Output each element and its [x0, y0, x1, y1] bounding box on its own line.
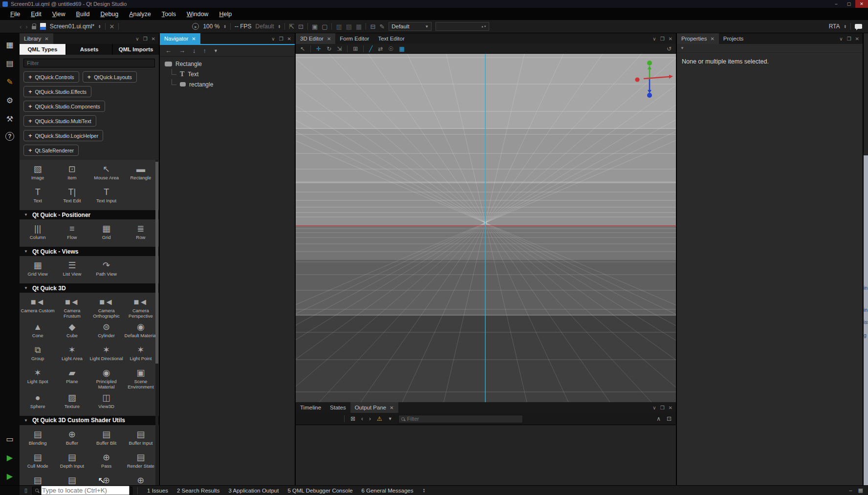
library-item[interactable]: ■◄Camera Orthographic — [89, 294, 124, 319]
zoom-spinner[interactable]: ▲▼ — [223, 24, 226, 29]
close-document-button[interactable]: ✕ — [109, 23, 115, 30]
run-debug-mode-icon[interactable]: ▶ — [4, 471, 15, 481]
fps-spinner[interactable]: ▲▼ — [278, 24, 281, 29]
preview-play-button[interactable]: ▶ — [192, 23, 199, 30]
library-item[interactable]: ◉Default Material — [124, 319, 158, 342]
import-chip[interactable]: +QtQuick.Studio.Effects — [23, 86, 91, 97]
next-item-icon[interactable]: › — [369, 415, 371, 422]
tab-projects[interactable]: Projects — [719, 33, 748, 44]
panel-menu-icon[interactable]: ∨ — [652, 36, 656, 42]
kit-selector-mode-icon[interactable]: ▭ — [4, 433, 15, 444]
library-item[interactable]: ↖Mouse Area — [89, 161, 124, 184]
run-mode-icon[interactable]: ▶ — [4, 452, 15, 463]
maximize-pane-icon[interactable]: ⊡ — [667, 415, 672, 422]
feedback-bubble-icon[interactable] — [855, 24, 862, 29]
library-item[interactable]: ≡Flow — [55, 221, 89, 244]
library-item[interactable]: ▬Rectangle — [124, 161, 158, 184]
sidebar-toggle-icon[interactable]: ▯ — [24, 487, 27, 494]
fps-value[interactable]: Default — [256, 23, 274, 30]
close-panel-icon[interactable]: ✕ — [669, 405, 673, 410]
progress-dash-icon[interactable]: – — [849, 487, 852, 494]
library-filter[interactable] — [23, 59, 155, 67]
library-item[interactable]: ●Sphere — [21, 390, 55, 413]
close-button[interactable]: ✕ — [855, 0, 868, 8]
close-panel-icon[interactable]: ✕ — [855, 36, 859, 42]
style-selector[interactable]: Default ▼ — [389, 22, 432, 31]
panes-icon[interactable]: ▦ — [858, 487, 863, 494]
snap-toggle-icon[interactable]: ╱ — [369, 45, 372, 52]
library-item[interactable]: T|Text Edit — [55, 184, 89, 207]
rotate-tool-icon[interactable]: ↻ — [326, 45, 331, 52]
locator[interactable] — [32, 487, 132, 495]
viewport-3d[interactable] — [296, 54, 676, 402]
library-item[interactable]: ✶Light Area — [55, 342, 89, 365]
menu-tools[interactable]: Tools — [156, 11, 181, 18]
help-mode-icon[interactable]: ? — [5, 132, 14, 141]
zoom-selection-icon[interactable]: ⊡ — [298, 23, 304, 30]
library-item[interactable]: ▤Buffer Input — [124, 427, 158, 450]
align-grid-icon[interactable]: ▦ — [356, 23, 362, 30]
filter-icon[interactable]: ▼ — [388, 416, 392, 421]
library-item[interactable]: ▤Depth Input — [55, 450, 89, 473]
float-panel-icon[interactable]: ❐ — [847, 36, 851, 42]
panel-menu-icon[interactable]: ∨ — [839, 36, 843, 42]
output-pane-button[interactable]: 2 Search Results — [173, 488, 224, 494]
orientation-icon[interactable]: ⇄ — [378, 45, 383, 52]
library-item[interactable]: ⊡Item — [55, 161, 89, 184]
close-icon[interactable]: ✕ — [390, 405, 393, 410]
move-left-icon[interactable]: ← — [165, 47, 172, 54]
move-up-icon[interactable]: ↑ — [203, 47, 207, 54]
tree-item[interactable]: TText — [160, 69, 295, 79]
library-item[interactable]: ▤Cull Mode — [21, 450, 55, 473]
tools-mode-icon[interactable]: ⚒ — [4, 113, 15, 124]
state-selector[interactable]: ▲▼ — [435, 22, 489, 31]
menu-help[interactable]: Help — [214, 11, 237, 18]
maximize-button[interactable]: ▢ — [843, 0, 855, 8]
import-chip[interactable]: +QtQuick.Layouts — [83, 71, 137, 83]
library-item[interactable]: ✶Light Spot — [21, 365, 55, 390]
library-item[interactable]: ◉Principled Material — [89, 365, 124, 390]
float-panel-icon[interactable]: ❐ — [660, 405, 665, 410]
open-document-label[interactable]: Screen01.ui.qml* — [50, 23, 94, 30]
float-panel-icon[interactable]: ❐ — [279, 36, 283, 42]
tab-output-pane[interactable]: Output Pane✕ — [350, 402, 398, 413]
output-filter[interactable] — [398, 415, 523, 423]
section-header[interactable]: ▼Qt Quick 3D Custom Shader Utils — [20, 416, 159, 425]
close-icon[interactable]: ✕ — [710, 36, 714, 42]
library-item[interactable]: ▨Texture — [55, 390, 89, 413]
library-item[interactable]: ☰List View — [55, 258, 89, 280]
close-icon[interactable]: ✕ — [192, 36, 195, 42]
menu-edit[interactable]: Edit — [25, 11, 47, 18]
edit-annotation-icon[interactable]: ✎ — [379, 23, 385, 30]
collapse-pane-icon[interactable]: ∧ — [656, 415, 661, 422]
design-mode-icon[interactable]: ✎ — [4, 76, 15, 87]
zoom-level[interactable]: 100 % — [203, 23, 219, 30]
library-item[interactable]: ◫View3D — [89, 390, 124, 413]
library-item[interactable]: ⧉Group — [21, 342, 55, 365]
library-item[interactable]: ⊜Cylinder — [89, 319, 124, 342]
move-tool-icon[interactable]: ✛ — [316, 45, 321, 52]
align-columns-icon[interactable]: ▥ — [336, 23, 342, 30]
output-pane-button[interactable]: 3 Application Output — [224, 488, 283, 494]
menu-view[interactable]: View — [47, 11, 71, 18]
library-item[interactable]: ⊕Buffer — [55, 427, 89, 450]
lock-icon[interactable] — [32, 26, 36, 29]
library-item[interactable]: ▤Buffer Blit — [89, 427, 124, 450]
menu-build[interactable]: Build — [71, 11, 95, 18]
locator-input[interactable] — [41, 486, 130, 495]
fit-selected-icon[interactable]: ⊞ — [353, 45, 358, 52]
document-spinner[interactable]: ▲▼ — [98, 24, 101, 29]
menu-analyze[interactable]: Analyze — [124, 11, 156, 18]
move-down-icon[interactable]: ↓ — [193, 47, 196, 54]
library-item[interactable]: ▤Blending — [21, 427, 55, 450]
section-header[interactable]: ▼Qt Quick - Views — [20, 247, 159, 256]
welcome-mode-icon[interactable]: ▦ — [4, 39, 15, 50]
show-bounds-icon[interactable]: ▣ — [312, 23, 318, 30]
export-icon[interactable]: ⇱ — [289, 23, 294, 30]
close-icon[interactable]: ✕ — [327, 36, 331, 42]
tab-assets[interactable]: Assets — [66, 44, 112, 55]
menu-file[interactable]: File — [5, 11, 25, 18]
tab-timeline[interactable]: Timeline — [296, 402, 326, 413]
rta-spinner[interactable]: ▲▼ — [844, 24, 846, 29]
tree-item[interactable]: Rectangle — [160, 59, 295, 69]
